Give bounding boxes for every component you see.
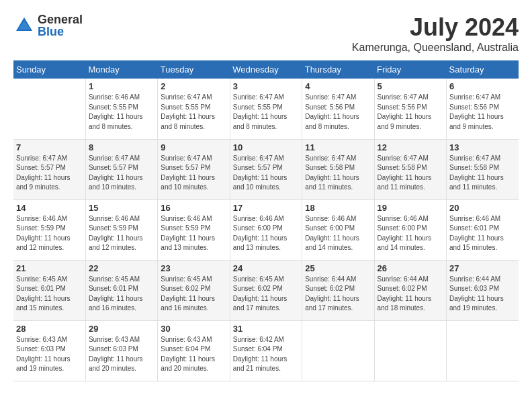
day-info: Sunrise: 6:46 AM Sunset: 5:59 PM Dayligh… xyxy=(16,214,83,253)
day-info: Sunrise: 6:47 AM Sunset: 5:57 PM Dayligh… xyxy=(161,154,226,193)
day-info: Sunrise: 6:47 AM Sunset: 5:58 PM Dayligh… xyxy=(378,154,443,193)
day-number: 30 xyxy=(161,324,226,334)
day-number: 20 xyxy=(449,203,516,213)
day-cell: 13Sunrise: 6:47 AM Sunset: 5:58 PM Dayli… xyxy=(447,139,519,199)
day-info: Sunrise: 6:47 AM Sunset: 5:56 PM Dayligh… xyxy=(305,93,371,132)
week-row-4: 21Sunrise: 6:45 AM Sunset: 6:01 PM Dayli… xyxy=(13,260,519,320)
day-cell: 3Sunrise: 6:47 AM Sunset: 5:55 PM Daylig… xyxy=(230,79,302,139)
logo-icon xyxy=(13,15,35,36)
day-cell xyxy=(374,320,446,381)
day-cell: 12Sunrise: 6:47 AM Sunset: 5:58 PM Dayli… xyxy=(374,139,446,199)
day-cell: 31Sunrise: 6:42 AM Sunset: 6:04 PM Dayli… xyxy=(230,320,302,381)
day-number: 3 xyxy=(233,81,299,91)
header-row: SundayMondayTuesdayWednesdayThursdayFrid… xyxy=(13,60,519,79)
day-info: Sunrise: 6:47 AM Sunset: 5:55 PM Dayligh… xyxy=(161,93,226,132)
day-cell: 11Sunrise: 6:47 AM Sunset: 5:58 PM Dayli… xyxy=(302,139,374,199)
day-cell: 5Sunrise: 6:47 AM Sunset: 5:56 PM Daylig… xyxy=(374,79,446,139)
day-info: Sunrise: 6:45 AM Sunset: 6:01 PM Dayligh… xyxy=(16,275,83,314)
day-number: 24 xyxy=(233,263,299,273)
day-info: Sunrise: 6:46 AM Sunset: 5:59 PM Dayligh… xyxy=(89,214,154,253)
day-number: 28 xyxy=(16,324,83,334)
header-cell-friday: Friday xyxy=(374,60,446,79)
day-number: 18 xyxy=(305,203,371,213)
title-block: July 2024 Kamerunga, Queensland, Austral… xyxy=(352,13,519,54)
logo-text: General Blue xyxy=(38,13,83,38)
header-cell-tuesday: Tuesday xyxy=(158,60,230,79)
day-info: Sunrise: 6:47 AM Sunset: 5:57 PM Dayligh… xyxy=(89,154,154,193)
day-number: 14 xyxy=(16,203,83,213)
day-cell: 1Sunrise: 6:46 AM Sunset: 5:55 PM Daylig… xyxy=(85,79,157,139)
day-info: Sunrise: 6:47 AM Sunset: 5:58 PM Dayligh… xyxy=(305,154,371,193)
day-info: Sunrise: 6:46 AM Sunset: 6:01 PM Dayligh… xyxy=(449,214,516,253)
day-cell: 10Sunrise: 6:47 AM Sunset: 5:57 PM Dayli… xyxy=(230,139,302,199)
day-number: 19 xyxy=(378,203,443,213)
day-cell: 8Sunrise: 6:47 AM Sunset: 5:57 PM Daylig… xyxy=(85,139,157,199)
header-cell-saturday: Saturday xyxy=(447,60,519,79)
week-row-3: 14Sunrise: 6:46 AM Sunset: 5:59 PM Dayli… xyxy=(13,199,519,260)
day-info: Sunrise: 6:43 AM Sunset: 6:03 PM Dayligh… xyxy=(89,335,154,374)
day-number: 10 xyxy=(233,142,299,152)
day-cell: 28Sunrise: 6:43 AM Sunset: 6:03 PM Dayli… xyxy=(13,320,85,381)
day-cell: 6Sunrise: 6:47 AM Sunset: 5:56 PM Daylig… xyxy=(447,79,519,139)
day-number: 27 xyxy=(449,263,516,273)
day-number: 15 xyxy=(89,203,154,213)
day-number: 7 xyxy=(16,142,83,152)
header-cell-wednesday: Wednesday xyxy=(230,60,302,79)
day-number: 16 xyxy=(161,203,226,213)
week-row-5: 28Sunrise: 6:43 AM Sunset: 6:03 PM Dayli… xyxy=(13,320,519,381)
day-info: Sunrise: 6:45 AM Sunset: 6:01 PM Dayligh… xyxy=(89,275,154,314)
day-number: 31 xyxy=(233,324,299,334)
day-cell: 9Sunrise: 6:47 AM Sunset: 5:57 PM Daylig… xyxy=(158,139,230,199)
day-number: 13 xyxy=(449,142,516,152)
logo: General Blue xyxy=(13,13,83,38)
day-info: Sunrise: 6:45 AM Sunset: 6:02 PM Dayligh… xyxy=(233,275,299,314)
day-cell: 25Sunrise: 6:44 AM Sunset: 6:02 PM Dayli… xyxy=(302,260,374,320)
day-info: Sunrise: 6:47 AM Sunset: 5:56 PM Dayligh… xyxy=(378,93,443,132)
day-cell: 23Sunrise: 6:45 AM Sunset: 6:02 PM Dayli… xyxy=(158,260,230,320)
day-number: 9 xyxy=(161,142,226,152)
day-cell: 20Sunrise: 6:46 AM Sunset: 6:01 PM Dayli… xyxy=(447,199,519,260)
day-cell: 30Sunrise: 6:43 AM Sunset: 6:04 PM Dayli… xyxy=(158,320,230,381)
day-number: 8 xyxy=(89,142,154,152)
day-number: 6 xyxy=(449,81,516,91)
day-number: 5 xyxy=(378,81,443,91)
day-info: Sunrise: 6:47 AM Sunset: 5:58 PM Dayligh… xyxy=(449,154,516,193)
day-info: Sunrise: 6:47 AM Sunset: 5:57 PM Dayligh… xyxy=(233,154,299,193)
day-cell: 27Sunrise: 6:44 AM Sunset: 6:03 PM Dayli… xyxy=(447,260,519,320)
day-number: 17 xyxy=(233,203,299,213)
day-cell: 21Sunrise: 6:45 AM Sunset: 6:01 PM Dayli… xyxy=(13,260,85,320)
day-info: Sunrise: 6:46 AM Sunset: 5:59 PM Dayligh… xyxy=(161,214,226,253)
day-cell xyxy=(302,320,374,381)
week-row-1: 1Sunrise: 6:46 AM Sunset: 5:55 PM Daylig… xyxy=(13,79,519,139)
logo-general: General xyxy=(38,13,83,26)
day-cell: 14Sunrise: 6:46 AM Sunset: 5:59 PM Dayli… xyxy=(13,199,85,260)
day-cell: 26Sunrise: 6:44 AM Sunset: 6:02 PM Dayli… xyxy=(374,260,446,320)
day-info: Sunrise: 6:47 AM Sunset: 5:55 PM Dayligh… xyxy=(233,93,299,132)
day-number: 22 xyxy=(89,263,154,273)
day-info: Sunrise: 6:45 AM Sunset: 6:02 PM Dayligh… xyxy=(161,275,226,314)
day-cell: 22Sunrise: 6:45 AM Sunset: 6:01 PM Dayli… xyxy=(85,260,157,320)
day-info: Sunrise: 6:44 AM Sunset: 6:03 PM Dayligh… xyxy=(449,275,516,314)
day-number: 11 xyxy=(305,142,371,152)
day-number: 21 xyxy=(16,263,83,273)
day-cell: 18Sunrise: 6:46 AM Sunset: 6:00 PM Dayli… xyxy=(302,199,374,260)
header-cell-monday: Monday xyxy=(85,60,157,79)
logo-blue: Blue xyxy=(38,26,83,38)
day-number: 26 xyxy=(378,263,443,273)
day-info: Sunrise: 6:42 AM Sunset: 6:04 PM Dayligh… xyxy=(233,335,299,374)
day-cell: 24Sunrise: 6:45 AM Sunset: 6:02 PM Dayli… xyxy=(230,260,302,320)
day-cell: 17Sunrise: 6:46 AM Sunset: 6:00 PM Dayli… xyxy=(230,199,302,260)
day-cell xyxy=(447,320,519,381)
day-cell: 4Sunrise: 6:47 AM Sunset: 5:56 PM Daylig… xyxy=(302,79,374,139)
day-info: Sunrise: 6:47 AM Sunset: 5:56 PM Dayligh… xyxy=(449,93,516,132)
day-number: 23 xyxy=(161,263,226,273)
day-cell: 15Sunrise: 6:46 AM Sunset: 5:59 PM Dayli… xyxy=(85,199,157,260)
day-info: Sunrise: 6:43 AM Sunset: 6:04 PM Dayligh… xyxy=(161,335,226,374)
day-cell xyxy=(13,79,85,139)
day-info: Sunrise: 6:47 AM Sunset: 5:57 PM Dayligh… xyxy=(16,154,83,193)
calendar-body: 1Sunrise: 6:46 AM Sunset: 5:55 PM Daylig… xyxy=(13,79,519,381)
main-title: July 2024 xyxy=(352,13,519,42)
header-cell-thursday: Thursday xyxy=(302,60,374,79)
day-cell: 29Sunrise: 6:43 AM Sunset: 6:03 PM Dayli… xyxy=(85,320,157,381)
day-cell: 2Sunrise: 6:47 AM Sunset: 5:55 PM Daylig… xyxy=(158,79,230,139)
